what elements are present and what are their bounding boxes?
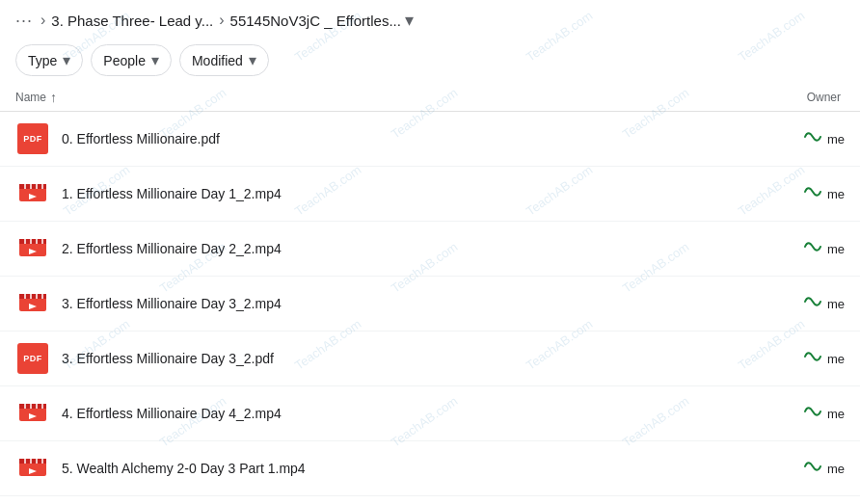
file-name: 1. Effortless Millionaire Day 1_2.mp4 bbox=[62, 186, 767, 201]
table-row[interactable]: 3. Effortless Millionaire Day 3_2.mp4 me bbox=[0, 277, 860, 332]
owner-label: me bbox=[827, 352, 845, 366]
people-filter-label: People bbox=[103, 53, 146, 68]
breadcrumb: ··· › 3. Phase Three- Lead y... › 55145N… bbox=[0, 0, 860, 37]
breadcrumb-chevron-2: › bbox=[219, 12, 224, 29]
video-icon bbox=[17, 396, 48, 432]
file-owner-area: me bbox=[767, 405, 845, 422]
video-icon bbox=[17, 231, 48, 267]
video-file-icon bbox=[15, 176, 50, 211]
file-name: 3. Effortless Millionaire Day 3_2.pdf bbox=[62, 351, 767, 366]
file-name: 5. Wealth Alchemy 2-0 Day 3 Part 1.mp4 bbox=[62, 461, 767, 476]
file-name: 3. Effortless Millionaire Day 3_2.mp4 bbox=[62, 296, 767, 311]
filter-bar: Type ▾ People ▾ Modified ▾ bbox=[0, 37, 860, 84]
people-filter-button[interactable]: People ▾ bbox=[91, 44, 172, 76]
video-icon bbox=[17, 451, 48, 487]
file-owner-area: me bbox=[767, 350, 845, 367]
owner-label: me bbox=[827, 242, 845, 256]
owner-label: me bbox=[827, 462, 845, 476]
table-header: Name ↑ Owner bbox=[0, 84, 860, 112]
pdf-file-icon: PDF bbox=[15, 341, 50, 376]
table-row[interactable]: 7. Wealth Alchemy 2-0 Day 3 Part 2.mp4 m… bbox=[0, 496, 860, 504]
people-filter-chevron-icon: ▾ bbox=[151, 51, 159, 69]
pdf-file-icon: PDF bbox=[15, 121, 50, 156]
file-name: 0. Effortless Millionaire.pdf bbox=[62, 131, 767, 146]
owner-label: me bbox=[827, 297, 845, 311]
sync-icon bbox=[804, 295, 821, 312]
table-row[interactable]: PDF0. Effortless Millionaire.pdf me bbox=[0, 112, 860, 167]
table-row[interactable]: 5. Wealth Alchemy 2-0 Day 3 Part 1.mp4 m… bbox=[0, 441, 860, 496]
name-column-label: Name bbox=[15, 91, 46, 104]
file-list: PDF0. Effortless Millionaire.pdf me 1. E… bbox=[0, 112, 860, 504]
sync-icon bbox=[804, 405, 821, 422]
sync-icon bbox=[804, 130, 821, 147]
table-row[interactable]: 1. Effortless Millionaire Day 1_2.mp4 me bbox=[0, 167, 860, 222]
sync-icon bbox=[804, 185, 821, 202]
modified-filter-label: Modified bbox=[192, 53, 243, 68]
table-row[interactable]: 2. Effortless Millionaire Day 2_2.mp4 me bbox=[0, 222, 860, 277]
sort-ascending-icon: ↑ bbox=[50, 90, 57, 105]
owner-label: me bbox=[827, 407, 845, 421]
pdf-icon: PDF bbox=[17, 343, 48, 374]
video-icon bbox=[17, 286, 48, 322]
table-row[interactable]: PDF3. Effortless Millionaire Day 3_2.pdf… bbox=[0, 332, 860, 386]
file-owner-area: me bbox=[767, 240, 845, 257]
pdf-icon: PDF bbox=[17, 123, 48, 154]
type-filter-chevron-icon: ▾ bbox=[63, 51, 70, 69]
file-owner-area: me bbox=[767, 460, 845, 477]
owner-column-header: Owner bbox=[767, 91, 845, 104]
file-name: 4. Effortless Millionaire Day 4_2.mp4 bbox=[62, 406, 767, 421]
video-file-icon bbox=[15, 396, 50, 431]
sync-icon bbox=[804, 240, 821, 257]
breadcrumb-item-1[interactable]: 3. Phase Three- Lead y... bbox=[51, 13, 213, 29]
type-filter-label: Type bbox=[28, 53, 57, 68]
owner-label: me bbox=[827, 132, 845, 146]
breadcrumb-dots: ··· bbox=[15, 11, 33, 31]
video-file-icon bbox=[15, 286, 50, 321]
file-owner-area: me bbox=[767, 130, 845, 147]
breadcrumb-chevron-1: › bbox=[40, 12, 45, 29]
modified-filter-button[interactable]: Modified ▾ bbox=[179, 44, 269, 76]
video-file-icon bbox=[15, 451, 50, 486]
breadcrumb-dropdown-icon[interactable]: ▾ bbox=[405, 10, 414, 31]
sync-icon bbox=[804, 460, 821, 477]
name-column-header[interactable]: Name ↑ bbox=[15, 90, 767, 105]
sync-icon bbox=[804, 350, 821, 367]
table-row[interactable]: 4. Effortless Millionaire Day 4_2.mp4 me bbox=[0, 386, 860, 441]
modified-filter-chevron-icon: ▾ bbox=[249, 51, 256, 69]
video-icon bbox=[17, 176, 48, 212]
owner-label: me bbox=[827, 187, 845, 201]
breadcrumb-item-2[interactable]: 55145NoV3jC _ Effortles... ▾ bbox=[230, 10, 414, 31]
video-file-icon bbox=[15, 231, 50, 266]
file-owner-area: me bbox=[767, 185, 845, 202]
file-owner-area: me bbox=[767, 295, 845, 312]
type-filter-button[interactable]: Type ▾ bbox=[15, 44, 83, 76]
file-name: 2. Effortless Millionaire Day 2_2.mp4 bbox=[62, 241, 767, 256]
